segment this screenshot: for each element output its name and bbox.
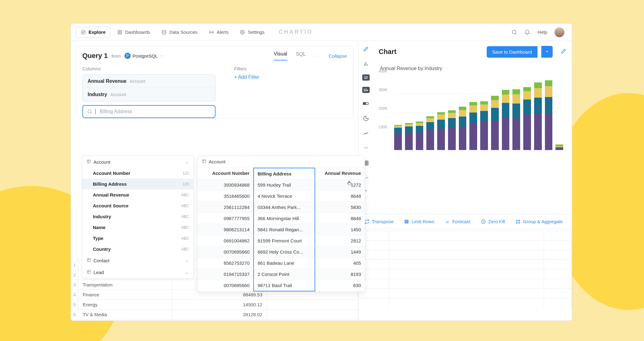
- bell-icon[interactable]: [524, 29, 530, 35]
- preview-cell: 98711 Basil Trail: [253, 280, 315, 291]
- spark-icon[interactable]: [362, 144, 370, 153]
- columns-heading: Columns: [82, 66, 215, 71]
- column-search-input[interactable]: Billing Address: [82, 105, 215, 118]
- nav-alerts[interactable]: Alerts: [204, 27, 233, 38]
- y-tick-label: 100K: [379, 125, 387, 129]
- nav-settings[interactable]: Settings: [235, 27, 269, 38]
- svg-marker-1: [82, 31, 84, 33]
- nav-data-sources[interactable]: Data Sources: [157, 27, 202, 38]
- field-label: Account Number: [93, 170, 130, 176]
- preview-row: 007069566098711 Basil Trail630: [198, 280, 365, 291]
- pie-icon[interactable]: [362, 114, 370, 123]
- wand-icon[interactable]: [362, 45, 370, 53]
- svg-rect-35: [405, 220, 408, 221]
- tree-field[interactable]: Billing Address123: [82, 179, 193, 189]
- nav-data-sources-label: Data Sources: [169, 29, 198, 35]
- revenue-cell: 14493.83: [172, 320, 267, 321]
- chart-bar[interactable]: [491, 96, 499, 150]
- nav-explore[interactable]: Explore: [76, 27, 110, 38]
- tree-group-label: Lead: [94, 270, 104, 275]
- tree-field[interactable]: TypeABC: [82, 233, 193, 244]
- column-pill[interactable]: Industry Account: [83, 88, 215, 101]
- transform-label: Limit Rows: [411, 219, 434, 224]
- avatar[interactable]: [555, 27, 564, 37]
- tree-field[interactable]: IndustryABC: [82, 211, 193, 222]
- revenue-cell: 14500.12: [172, 300, 267, 309]
- chart-bar[interactable]: [523, 87, 531, 150]
- field-tree-panel: Account⌄Account Number123Billing Address…: [82, 156, 194, 278]
- type-badge: ABC: [181, 204, 189, 208]
- line-chart-icon[interactable]: [362, 129, 370, 138]
- chart-bar[interactable]: [426, 116, 434, 150]
- chart-bar[interactable]: [512, 89, 520, 150]
- kpi-trend-icon[interactable]: 12▴: [362, 87, 370, 93]
- svg-point-45: [516, 222, 517, 223]
- preview-header[interactable]: Account Number: [198, 168, 253, 179]
- table-icon: [87, 159, 91, 165]
- save-dropdown-button[interactable]: [541, 46, 553, 58]
- compass-icon: [80, 29, 86, 35]
- pointer-cursor-icon: [347, 180, 352, 187]
- collapse-link[interactable]: Collapse: [329, 53, 347, 59]
- tab-visual[interactable]: Visual: [274, 51, 287, 60]
- tree-group-label: Account: [94, 159, 110, 165]
- bar-chart-icon[interactable]: [362, 60, 370, 68]
- kpi-icon[interactable]: 12: [362, 74, 370, 81]
- svg-rect-29: [363, 103, 365, 105]
- progress-icon[interactable]: [362, 99, 370, 108]
- transpose-button[interactable]: Transpose: [364, 219, 394, 224]
- chart-bar[interactable]: [416, 122, 424, 150]
- data-source-dropdown[interactable]: P PostgreSQL: [124, 53, 163, 59]
- save-to-dashboard-button[interactable]: Save to Dashboard: [487, 46, 537, 58]
- svg-point-6: [162, 30, 166, 31]
- tree-field[interactable]: Account Number123: [82, 168, 193, 179]
- chart-bar[interactable]: [459, 107, 467, 150]
- svg-point-0: [81, 30, 85, 34]
- chart-bar[interactable]: [545, 80, 553, 150]
- chart-bar[interactable]: [448, 110, 456, 150]
- industry-cell: Transportation: [78, 280, 172, 290]
- edit-icon[interactable]: [561, 48, 566, 55]
- preview-cell: 0987777955: [198, 213, 253, 224]
- chart-bar[interactable]: [534, 82, 542, 150]
- column-group: Account: [111, 92, 126, 97]
- zero-fill-button[interactable]: Zero Fill: [481, 219, 505, 224]
- chart-bar[interactable]: [480, 101, 488, 150]
- chevron-down-icon[interactable]: ▾: [365, 188, 367, 193]
- tree-field[interactable]: NameABC: [82, 222, 193, 233]
- table-row: 5Energy14500.12: [71, 299, 358, 309]
- type-badge: ABC: [181, 215, 189, 219]
- limit-rows-button[interactable]: Limit Rows: [404, 219, 434, 224]
- tree-group[interactable]: Contact⌄: [82, 255, 193, 266]
- preview-header[interactable]: Billing Address: [253, 168, 315, 179]
- preview-header[interactable]: Annual Revenue: [315, 168, 365, 179]
- preview-cell: 0194715337: [198, 269, 253, 280]
- chart-bar[interactable]: [394, 125, 402, 150]
- help-link[interactable]: Help: [537, 29, 547, 35]
- tree-group-label: Contact: [94, 258, 110, 263]
- group-aggregate-button[interactable]: Group & Aggregate: [516, 219, 563, 224]
- chart-bar[interactable]: [555, 144, 563, 150]
- tree-group[interactable]: Lead⌄: [82, 266, 193, 278]
- column-pill[interactable]: Annual Revenue Account: [83, 75, 215, 88]
- tree-group[interactable]: Account⌄: [82, 156, 193, 168]
- tab-sql[interactable]: SQL: [296, 51, 306, 60]
- svg-point-11: [88, 110, 91, 113]
- preview-cell: 1272: [315, 179, 365, 190]
- search-icon[interactable]: [511, 29, 517, 35]
- tree-field[interactable]: Account SourceABC: [82, 200, 193, 211]
- preview-cell: 8193: [315, 269, 365, 280]
- preview-cell: 366 Morningstar Hill: [253, 213, 315, 224]
- chart-bar[interactable]: [437, 112, 445, 150]
- chart-bar[interactable]: [469, 102, 477, 150]
- preview-cell: 8648: [315, 191, 365, 202]
- chart-bar[interactable]: [502, 90, 510, 150]
- add-filter-button[interactable]: + Add Filter: [234, 74, 259, 80]
- chart-bar[interactable]: [405, 123, 413, 150]
- tree-field[interactable]: CountryABC: [82, 244, 193, 255]
- nav-dashboards[interactable]: Dashboards: [113, 27, 154, 38]
- drag-handle-icon[interactable]: ⋯: [315, 53, 320, 59]
- forecast-button[interactable]: Forecast: [445, 219, 470, 224]
- nav-settings-label: Settings: [248, 29, 264, 35]
- tree-field[interactable]: Annual RevenueABC: [82, 189, 193, 200]
